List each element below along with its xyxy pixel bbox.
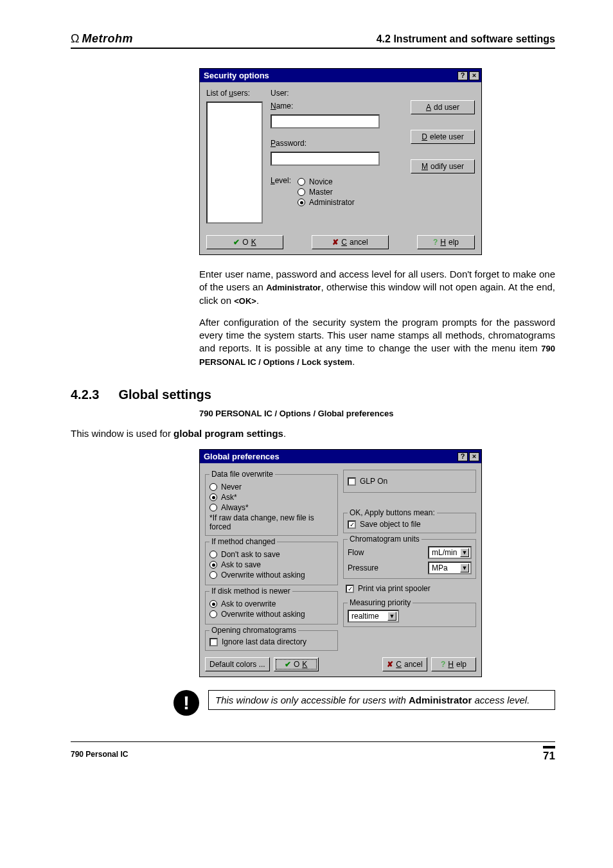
gp-titlebar[interactable]: Global preferences ? × (200, 450, 481, 463)
radio-idn-ask[interactable]: Ask to overwrite (209, 599, 333, 608)
intro-para: This window is used for global program s… (71, 427, 555, 440)
gp-ok-button[interactable]: ✔ OK (274, 657, 319, 671)
paragraph-2: After configuration of the security syst… (199, 316, 555, 368)
paragraph-1: Enter user name, password and access lev… (199, 268, 555, 307)
radio-novice[interactable]: Novice (298, 177, 404, 186)
menupath: 790 PERSONAL IC / Options / Global prefe… (199, 409, 555, 418)
password-label: Password: (271, 139, 404, 148)
brand-name: Metrohm (82, 32, 133, 46)
help-button[interactable]: ? Help (417, 235, 475, 249)
radio-imc-dont[interactable]: Don't ask to save (209, 550, 333, 559)
x-icon: ✘ (387, 660, 393, 669)
brand: Ω Metrohm (71, 32, 133, 46)
gp-window-title: Global preferences (204, 452, 280, 461)
chk-ignore-last-dir[interactable]: Ignore last data directory (209, 637, 333, 646)
select-pressure-unit[interactable]: MPa▼ (428, 562, 472, 574)
section-heading-423: 4.2.3 Global settings (71, 387, 555, 402)
dropdown-arrow-icon: ▼ (460, 548, 469, 557)
window-title: Security options (204, 71, 269, 80)
titlebar[interactable]: Security options ? × (200, 69, 481, 82)
radio-imc-ask[interactable]: Ask to save (209, 560, 333, 569)
brand-logo-icon: Ω (71, 32, 79, 46)
header-section-title: 4.2 Instrument and software settings (377, 33, 555, 45)
level-label: Level: (271, 176, 291, 185)
password-input[interactable] (271, 152, 380, 166)
name-label: Name: (271, 102, 404, 111)
check-icon: ✔ (285, 660, 291, 669)
admin-note: ! This window is only accessible for use… (173, 690, 555, 716)
radio-administrator[interactable]: Administrator (298, 198, 404, 207)
dropdown-arrow-icon: ▼ (460, 563, 469, 572)
radio-never[interactable]: Never (209, 483, 333, 492)
select-priority[interactable]: realtime▼ (348, 610, 399, 623)
radio-master[interactable]: Master (298, 188, 404, 197)
add-user-button[interactable]: Add user (411, 100, 475, 114)
x-icon: ✘ (332, 238, 339, 247)
question-icon: ? (441, 660, 445, 669)
radio-idn-over[interactable]: Overwrite without asking (209, 610, 333, 619)
footer-left: 790 Personal IC (71, 750, 128, 759)
radio-imc-over[interactable]: Overwrite without asking (209, 571, 333, 580)
exclamation-icon: ! (173, 690, 199, 716)
global-preferences-window: Global preferences ? × Data file overwri… (199, 449, 482, 677)
chk-print-spooler[interactable]: Print via print spooler (346, 584, 474, 593)
delete-user-button[interactable]: Delete user (411, 130, 475, 144)
fs-ok-apply: OK, Apply buttons mean: Save object to f… (343, 508, 476, 533)
ok-button[interactable]: ✔ OK (206, 235, 283, 249)
default-colors-button[interactable]: Default colors ... (205, 657, 270, 671)
gp-close-title-button[interactable]: × (469, 452, 479, 461)
fs-opening-chromatograms: Opening chromatograms Ignore last data d… (205, 626, 338, 651)
list-of-users-label: List of users: (206, 89, 264, 98)
user-label: User: (271, 89, 404, 98)
check-icon: ✔ (233, 238, 240, 247)
gp-help-title-button[interactable]: ? (458, 452, 468, 461)
security-options-window: Security options ? × List of users: User… (199, 68, 482, 255)
dfo-note: *If raw data change, new file is forced (209, 513, 333, 531)
cancel-button[interactable]: ✘ Cancel (312, 235, 389, 249)
radio-ask[interactable]: Ask* (209, 493, 333, 502)
fs-chromatogram-units: Chromatogram units Flow mL/min▼ Pressure… (343, 535, 476, 579)
question-icon: ? (433, 238, 438, 247)
gp-cancel-button[interactable]: ✘ Cancel (382, 657, 427, 671)
page-footer: 790 Personal IC 71 (71, 741, 555, 763)
name-input[interactable] (271, 114, 380, 128)
radio-always[interactable]: Always* (209, 503, 333, 512)
page-number: 71 (543, 746, 555, 763)
dropdown-arrow-icon: ▼ (387, 612, 396, 621)
fs-measuring-priority: Measuring priority realtime▼ (343, 598, 476, 627)
fs-glp: GLP On (343, 470, 476, 493)
page-header: Ω Metrohm 4.2 Instrument and software se… (71, 32, 555, 49)
fs-if-method-changed: If method changed Don't ask to save Ask … (205, 537, 338, 585)
chk-save-object[interactable]: Save object to file (348, 520, 472, 529)
fs-if-disk-newer: If disk method is newer Ask to overwrite… (205, 587, 338, 624)
gp-help-button[interactable]: ? Help (431, 657, 476, 671)
users-listbox[interactable] (206, 102, 263, 224)
modify-user-button[interactable]: Modify user (411, 159, 475, 173)
help-title-button[interactable]: ? (458, 71, 468, 80)
close-title-button[interactable]: × (469, 71, 479, 80)
select-flow-unit[interactable]: mL/min▼ (428, 546, 472, 559)
fs-data-file-overwrite: Data file overwrite Never Ask* Always* *… (205, 470, 338, 536)
chk-glp-on[interactable]: GLP On (348, 477, 472, 486)
